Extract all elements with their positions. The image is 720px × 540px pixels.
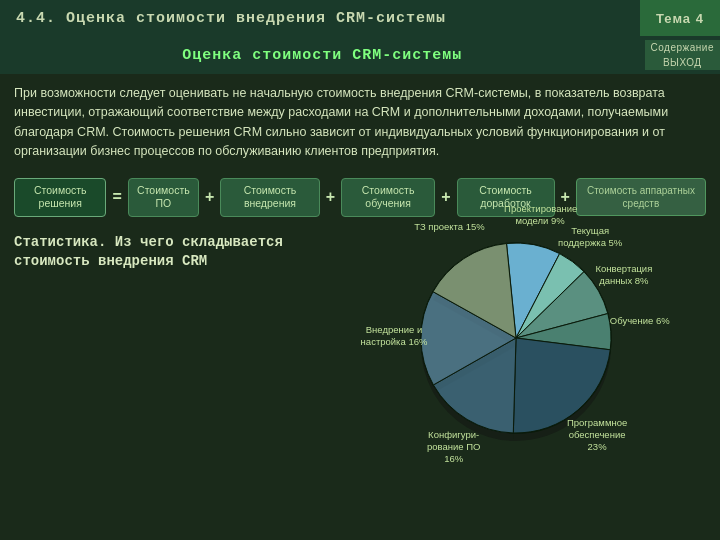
pie-label-3: Обучение 6% bbox=[604, 315, 676, 327]
formula-item-0: Стоимость ПО bbox=[128, 178, 199, 217]
formula-op-1: + bbox=[324, 188, 337, 206]
formula-item-1: Стоимость внедрения bbox=[220, 178, 319, 217]
pie-label-7: ТЗ проекта 15% bbox=[414, 221, 486, 233]
pie-label-0: Проектирование модели 9% bbox=[504, 203, 576, 227]
formula-row: Стоимость решения = Стоимость ПО + Стоим… bbox=[14, 178, 706, 217]
pie-chart: Проектирование модели 9%Текущая поддержк… bbox=[366, 223, 706, 453]
formula-item-4: Стоимость аппаратных средств bbox=[576, 178, 706, 216]
formula-item-2: Стоимость обучения bbox=[341, 178, 435, 217]
header-title: 4.4. Оценка стоимости внедрения CRM-сист… bbox=[0, 0, 640, 36]
contents-button[interactable]: Содержание bbox=[645, 40, 720, 55]
pie-label-2: Конвертация данных 8% bbox=[588, 263, 660, 287]
exit-button[interactable]: ВЫХОД bbox=[645, 55, 720, 70]
bottom-section: Статистика. Из чего складывается стоимос… bbox=[0, 223, 720, 453]
theme-badge: Тема 4 bbox=[640, 0, 720, 36]
pie-label-5: Конфигури- рование ПО 16% bbox=[418, 429, 490, 465]
pie-label-1: Текущая поддержка 5% bbox=[554, 225, 626, 249]
formula-result: Стоимость решения bbox=[14, 178, 106, 217]
nav-buttons: Содержание ВЫХОД bbox=[645, 40, 720, 70]
pie-svg bbox=[386, 223, 686, 443]
subtitle-text: Оценка стоимости CRM-системы bbox=[0, 40, 645, 70]
formula-op-2: + bbox=[439, 188, 452, 206]
pie-label-6: Внедрение и настройка 16% bbox=[358, 324, 430, 348]
header: 4.4. Оценка стоимости внедрения CRM-сист… bbox=[0, 0, 720, 36]
stats-title: Статистика. Из чего складывается стоимос… bbox=[14, 223, 356, 272]
subtitle-bar: Оценка стоимости CRM-системы Содержание … bbox=[0, 36, 720, 74]
formula-equals: = bbox=[110, 188, 123, 206]
main-text: При возможности следует оценивать не нач… bbox=[0, 74, 720, 168]
pie-label-4: Программное обеспечение 23% bbox=[561, 417, 633, 453]
formula-op-0: + bbox=[203, 188, 216, 206]
